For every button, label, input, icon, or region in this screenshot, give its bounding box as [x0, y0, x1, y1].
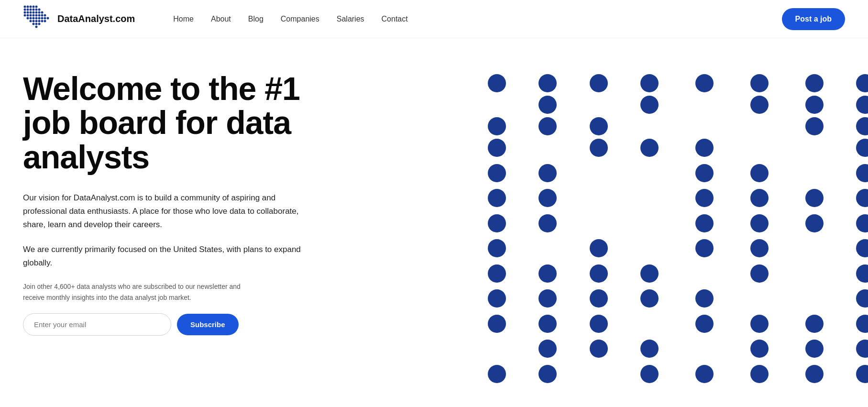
- decorative-dot: [695, 74, 714, 92]
- decorative-dot: [640, 139, 659, 157]
- svg-point-5: [24, 8, 26, 11]
- svg-point-29: [35, 17, 38, 19]
- decorative-dot: [488, 365, 506, 383]
- decorative-dot: [538, 340, 557, 358]
- decorative-dot: [640, 264, 659, 283]
- hero-newsletter-text: Join other 4,600+ data analysts who are …: [23, 281, 253, 303]
- decorative-dot: [856, 139, 868, 157]
- decorative-dot: [856, 239, 868, 257]
- svg-point-40: [33, 22, 35, 25]
- decorative-dot: [488, 289, 506, 308]
- decorative-dot: [488, 117, 506, 135]
- decorative-dot: [488, 74, 506, 92]
- dots-decoration: [476, 67, 868, 407]
- navbar: DataAnalyst.com Home About Blog Companie…: [0, 0, 868, 38]
- decorative-dot: [856, 96, 868, 114]
- decorative-dot: [538, 214, 557, 232]
- logo-icon: [23, 5, 52, 33]
- svg-point-42: [38, 22, 41, 25]
- decorative-dot: [538, 315, 557, 333]
- decorative-dot: [856, 117, 868, 135]
- subscribe-button[interactable]: Subscribe: [177, 314, 239, 335]
- hero-description-1: Our vision for DataAnalyst.com is to bui…: [23, 191, 319, 231]
- decorative-dot: [488, 214, 506, 232]
- svg-point-4: [35, 5, 38, 8]
- decorative-dot: [538, 164, 557, 182]
- decorative-dot: [856, 289, 868, 308]
- svg-point-28: [33, 17, 35, 19]
- svg-point-22: [35, 14, 38, 16]
- logo-text: DataAnalyst.com: [57, 13, 135, 24]
- svg-point-17: [41, 11, 44, 13]
- decorative-dot: [538, 189, 557, 207]
- decorative-dot: [750, 264, 769, 283]
- decorative-dot: [805, 96, 824, 114]
- svg-point-20: [30, 14, 32, 16]
- svg-point-39: [44, 20, 46, 22]
- svg-point-10: [38, 8, 41, 11]
- decorative-dot: [538, 74, 557, 92]
- svg-point-9: [35, 8, 38, 11]
- decorative-dot: [695, 214, 714, 232]
- decorative-dot: [695, 365, 714, 383]
- nav-contact[interactable]: Contact: [382, 15, 408, 23]
- decorative-dot: [590, 289, 608, 308]
- decorative-dot: [750, 189, 769, 207]
- logo-link[interactable]: DataAnalyst.com: [23, 5, 135, 33]
- svg-point-24: [41, 14, 44, 16]
- decorative-dot: [856, 264, 868, 283]
- decorative-dot: [538, 264, 557, 283]
- svg-point-7: [30, 8, 32, 11]
- svg-point-34: [30, 20, 32, 22]
- decorative-dot: [695, 239, 714, 257]
- decorative-dot: [856, 164, 868, 182]
- decorative-dot: [856, 214, 868, 232]
- decorative-dot: [640, 365, 659, 383]
- nav-home[interactable]: Home: [173, 15, 194, 23]
- decorative-dot: [538, 289, 557, 308]
- decorative-dot: [590, 117, 608, 135]
- svg-point-32: [44, 17, 46, 19]
- decorative-dot: [856, 189, 868, 207]
- decorative-dot: [805, 340, 824, 358]
- svg-point-0: [24, 5, 26, 8]
- decorative-dot: [640, 96, 659, 114]
- decorative-dot: [538, 365, 557, 383]
- decorative-dot: [640, 289, 659, 308]
- svg-point-1: [27, 5, 29, 8]
- svg-point-30: [38, 17, 41, 19]
- decorative-dot: [695, 164, 714, 182]
- post-job-button[interactable]: Post a job: [782, 8, 845, 30]
- decorative-dot: [488, 239, 506, 257]
- decorative-dot: [805, 315, 824, 333]
- decorative-dot: [856, 74, 868, 92]
- decorative-dot: [856, 315, 868, 333]
- svg-point-26: [27, 17, 29, 19]
- svg-point-41: [35, 22, 38, 25]
- decorative-dot: [640, 74, 659, 92]
- nav-companies[interactable]: Companies: [281, 15, 319, 23]
- decorative-dot: [695, 139, 714, 157]
- decorative-dot: [695, 189, 714, 207]
- decorative-dot: [488, 264, 506, 283]
- decorative-dot: [805, 74, 824, 92]
- svg-point-6: [27, 8, 29, 11]
- svg-point-31: [41, 17, 44, 19]
- decorative-dot: [695, 315, 714, 333]
- decorative-dot: [805, 365, 824, 383]
- nav-salaries[interactable]: Salaries: [337, 15, 364, 23]
- svg-point-21: [33, 14, 35, 16]
- decorative-dot: [538, 117, 557, 135]
- hero-content: Welcome to the #1 job board for data ana…: [23, 67, 348, 336]
- hero-section: Welcome to the #1 job board for data ana…: [0, 38, 868, 407]
- nav-about[interactable]: About: [211, 15, 231, 23]
- decorative-dot: [695, 289, 714, 308]
- email-input[interactable]: [23, 313, 171, 336]
- decorative-dot: [590, 340, 608, 358]
- decorative-dot: [805, 189, 824, 207]
- nav-blog[interactable]: Blog: [248, 15, 264, 23]
- decorative-dot: [590, 139, 608, 157]
- svg-point-11: [24, 11, 26, 13]
- svg-point-13: [30, 11, 32, 13]
- decorative-dot: [750, 214, 769, 232]
